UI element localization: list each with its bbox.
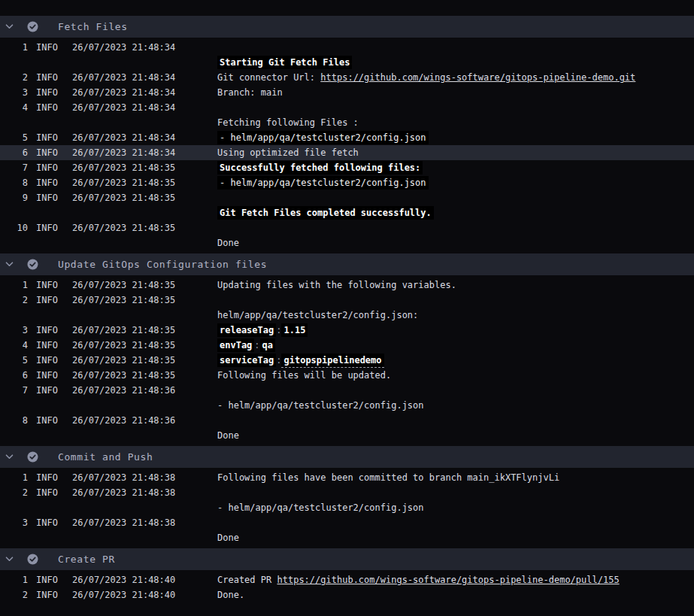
log-text: - helm/app/qa/testcluster2/config.json [217,131,429,144]
log-text: helm/app/qa/testcluster2/config.json: [217,310,418,320]
log-level: INFO [36,353,64,368]
log-level: INFO [36,85,64,100]
log-level: INFO [36,278,64,293]
log-row: 6INFO26/07/2023 21:48:35Following files … [0,368,694,383]
log-row: 5INFO26/07/2023 21:48:34- helm/app/qa/te… [0,130,694,145]
log-message: - helm/app/qa/testcluster2/config.json [217,130,694,145]
log-text: Starting Git Fetch Files [217,56,352,69]
log-row: 1INFO26/07/2023 21:48:40Created PR https… [0,572,694,587]
line-number: 1 [5,572,28,587]
chevron-down-icon[interactable] [5,24,15,30]
line-number: 7 [5,160,28,175]
log-row: 9INFO26/07/2023 21:48:35 [0,190,694,205]
section-title: Fetch Files [58,21,128,32]
log-row: 2INFO26/07/2023 21:48:40Done. [0,587,694,602]
log-text: Updating files with the following variab… [217,280,456,290]
log-row-continuation: - helm/app/qa/testcluster2/config.json [0,500,694,515]
line-number: 4 [5,100,28,115]
section-header[interactable]: Fetch Files [0,16,694,38]
section-log-body: 1INFO26/07/2023 21:48:34Starting Git Fet… [0,38,694,253]
section-header[interactable]: Create PR [0,548,694,570]
log-row: 1INFO26/07/2023 21:48:34 [0,40,694,55]
log-level: INFO [36,323,64,338]
timestamp: 26/07/2023 21:48:34 [72,130,217,145]
line-number: 1 [5,470,28,485]
section-title: Create PR [58,554,115,565]
timestamp: 26/07/2023 21:48:35 [72,278,217,293]
log-message: Git connector Url: https://github.com/wi… [217,70,694,85]
log-row: 6INFO26/07/2023 21:48:34Using optimized … [0,145,694,160]
log-row: 3INFO26/07/2023 21:48:38 [0,515,694,530]
log-message: Starting Git Fetch Files [217,55,694,70]
log-text: Git connector Url: [217,72,320,83]
log-text: Done [217,430,239,441]
log-text: Successfully fetched following files: [217,161,423,174]
log-text: envTag [217,338,254,352]
log-message: envTag:qa [217,338,694,353]
log-message: Created PR https://github.com/wings-soft… [217,572,694,587]
log-message: serviceTag:gitopspipelinedemo [217,353,694,368]
log-text: 1.15 [281,323,308,337]
log-message: releaseTag:1.15 [217,323,694,338]
log-level: INFO [36,338,64,353]
line-number: 6 [5,145,28,160]
log-level: INFO [36,470,64,485]
line-number: 3 [5,515,28,530]
section-header[interactable]: Commit and Push [0,446,694,468]
log-level: INFO [36,130,64,145]
log-text: Following files will be updated. [217,370,391,381]
chevron-down-icon[interactable] [5,262,15,268]
line-number: 9 [5,190,28,205]
log-text: Following files have been committed to b… [217,472,559,483]
log-text: Done. [217,590,244,600]
log-level: INFO [36,572,64,587]
section-log-body: 1INFO26/07/2023 21:48:38Following files … [0,468,694,548]
line-number: 8 [5,175,28,190]
log-text: Fetching following Files : [217,117,359,128]
timestamp: 26/07/2023 21:48:34 [72,70,217,85]
log-text: qa [260,338,275,352]
log-level: INFO [36,220,64,235]
line-number: 2 [5,587,28,602]
log-message: Branch: main [217,85,694,100]
timestamp: 26/07/2023 21:48:35 [72,338,217,353]
log-row: 2INFO26/07/2023 21:48:34Git connector Ur… [0,70,694,85]
timestamp: 26/07/2023 21:48:34 [72,100,217,115]
section-log-body: 1INFO26/07/2023 21:48:35Updating files w… [0,275,694,446]
console-top-gap [0,0,694,16]
line-number: 5 [5,130,28,145]
log-message: - helm/app/qa/testcluster2/config.json [217,398,694,413]
section-header[interactable]: Update GitOps Configuration files [0,253,694,275]
log-text: : [254,340,259,350]
log-message: Following files have been committed to b… [217,470,694,485]
timestamp: 26/07/2023 21:48:35 [72,353,217,368]
section-log-body: 1INFO26/07/2023 21:48:40Created PR https… [0,570,694,605]
line-number: 1 [5,40,28,55]
line-number: 3 [5,85,28,100]
log-row: 2INFO26/07/2023 21:48:35 [0,293,694,308]
line-number: 2 [5,70,28,85]
line-number: 4 [5,338,28,353]
log-row: 7INFO26/07/2023 21:48:36 [0,383,694,398]
log-link[interactable]: https://github.com/wings-software/gitops… [320,72,635,83]
timestamp: 26/07/2023 21:48:38 [72,470,217,485]
log-row: 3INFO26/07/2023 21:48:35releaseTag:1.15 [0,323,694,338]
log-row: 1INFO26/07/2023 21:48:35Updating files w… [0,278,694,293]
status-success-icon [27,451,38,463]
section-title: Update GitOps Configuration files [58,259,267,270]
log-link[interactable]: https://github.com/wings-software/gitops… [277,575,619,585]
log-row: 7INFO26/07/2023 21:48:35Successfully fet… [0,160,694,175]
timestamp: 26/07/2023 21:48:36 [72,383,217,398]
chevron-down-icon[interactable] [5,557,15,563]
log-row: 1INFO26/07/2023 21:48:38Following files … [0,470,694,485]
log-row: 2INFO26/07/2023 21:48:38 [0,485,694,500]
line-number: 6 [5,368,28,383]
timestamp: 26/07/2023 21:48:35 [72,220,217,235]
log-message: Git Fetch Files completed successfully. [217,205,694,220]
log-text: releaseTag [217,323,276,337]
status-success-icon [27,259,38,270]
timestamp: 26/07/2023 21:48:35 [72,368,217,383]
line-number: 5 [5,353,28,368]
log-level: INFO [36,70,64,85]
chevron-down-icon[interactable] [5,454,15,460]
